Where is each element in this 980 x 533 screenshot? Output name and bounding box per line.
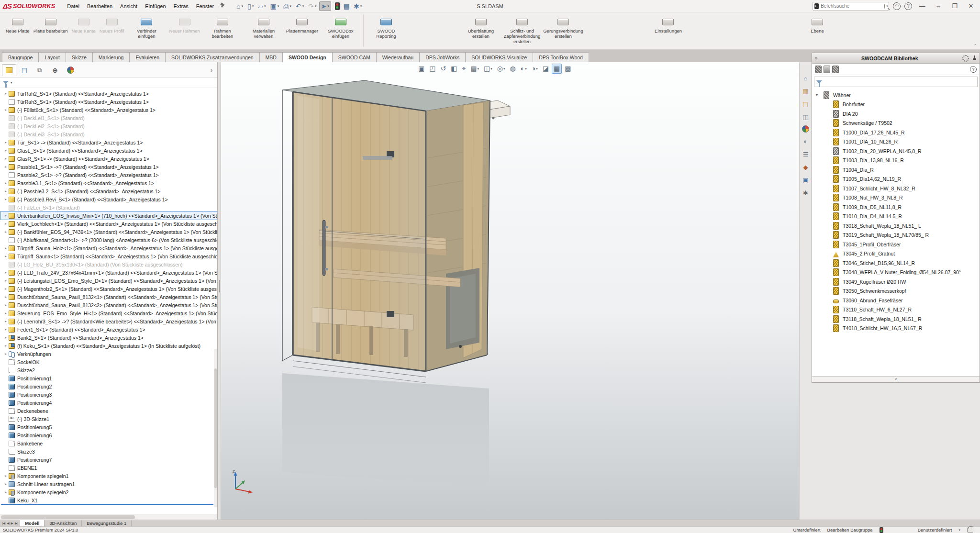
- expand-arrow-icon[interactable]: ▸: [3, 327, 9, 332]
- expand-arrow-icon[interactable]: ▸: [3, 148, 9, 153]
- account-icon[interactable]: ◠: [893, 2, 901, 10]
- save-icon[interactable]: ▣▾: [268, 1, 281, 11]
- tree-item[interactable]: ▸ Komponente spiegeln1: [1, 472, 217, 480]
- appearances-icon[interactable]: [802, 125, 809, 133]
- status-units[interactable]: Benutzerdefiniert: [918, 527, 952, 533]
- tree-item[interactable]: ▸ (-) Passble3.2_S<1> (Standard) <<Stand…: [1, 187, 217, 195]
- document-tab[interactable]: Bewegungsstudie 1: [82, 520, 132, 526]
- tree-item[interactable]: ▸ (-) LED_Trafo_24V_237x64x41mm<1> (Stan…: [1, 268, 217, 277]
- command-tab[interactable]: MBD: [259, 52, 283, 62]
- tool-item[interactable]: T1010_Dia_D4_NL14.5_R: [812, 212, 980, 222]
- tree-vertical-scrollbar[interactable]: [214, 349, 217, 507]
- curvature-icon[interactable]: ◪: [541, 64, 551, 74]
- tree-item[interactable]: ▸ Steuerung_EOS_Emo_Style_Hi<1> (Standar…: [1, 309, 217, 317]
- ribbon-button[interactable]: Verbinder einfügen: [126, 14, 167, 40]
- zoom-area-icon[interactable]: ◰: [427, 64, 437, 74]
- tree-item[interactable]: ▸ Bankebene: [1, 439, 217, 447]
- tree-item[interactable]: ▸ Skizze2: [1, 366, 217, 374]
- expand-arrow-icon[interactable]: ▸: [3, 165, 9, 169]
- tree-item[interactable]: ▸ Positionierung5: [1, 423, 217, 431]
- tree-item[interactable]: ▸ TürRah2_S<1> (Standard) <<Standard>_An…: [1, 89, 217, 98]
- rebuild-traffic-light-icon[interactable]: [333, 1, 342, 11]
- pan-hand-icon[interactable]: [967, 527, 973, 533]
- custom-properties-icon[interactable]: ☰: [802, 150, 810, 158]
- expand-arrow-icon[interactable]: ▸: [3, 303, 9, 307]
- tool-item[interactable]: Schwenksäge / T9502: [812, 119, 980, 128]
- tree-item[interactable]: ▸ Positionierung2: [1, 382, 217, 390]
- panel-expand-bar[interactable]: ˅: [812, 376, 980, 382]
- ribbon-button[interactable]: Neue Platte: [4, 14, 32, 35]
- tool-item[interactable]: T1002_Dia_20_WEPLA_NL45,8_R: [812, 146, 980, 156]
- tool-item[interactable]: DIA 20: [812, 109, 980, 119]
- tool-item[interactable]: T3110_Schaft_HW_6_NL27_R: [812, 305, 980, 315]
- ribbon-collapse-icon[interactable]: ⌃: [973, 44, 977, 48]
- frame-grid-icon[interactable]: ▦: [552, 64, 562, 74]
- tool-library-icon[interactable]: [815, 66, 822, 73]
- scenes-icon[interactable]: ◐: [802, 137, 810, 145]
- tree-item[interactable]: ▸ Positionierung1: [1, 374, 217, 382]
- swoodcam-settings-gear-icon[interactable]: [962, 55, 969, 62]
- view-settings-icon[interactable]: ◑: [530, 64, 540, 74]
- tool-holder-icon[interactable]: [824, 66, 830, 73]
- close-button[interactable]: ✕: [965, 2, 977, 11]
- tree-item[interactable]: ▸ (-) 3D-Skizze1: [1, 415, 217, 423]
- tool-item[interactable]: T3050_Schwenkmesserkopf: [812, 287, 980, 296]
- design-library-icon[interactable]: ▦: [802, 87, 810, 95]
- tab-scroll-buttons[interactable]: |◀ ◀ ▶ ▶|: [0, 520, 20, 526]
- home-icon[interactable]: ⌂▾: [234, 1, 245, 11]
- swood-cam-icon[interactable]: ▣: [802, 176, 810, 184]
- open-icon[interactable]: ▱▾: [256, 1, 267, 11]
- tree-item[interactable]: ▸ (-) Leerrohr3_S<1> ->? (Standard<Wie b…: [1, 317, 217, 325]
- expand-arrow-icon[interactable]: ▸: [3, 474, 9, 478]
- command-tab[interactable]: Skizze: [66, 52, 93, 62]
- tree-item[interactable]: ▸ Positionierung3: [1, 390, 217, 399]
- menu-item[interactable]: Ansicht: [117, 2, 141, 11]
- tree-item[interactable]: ▸ (-) LG_Holz_BU_315x130<1> (Standard) (…: [1, 260, 217, 268]
- help-icon[interactable]: ?: [904, 2, 912, 10]
- edit-appearance-icon[interactable]: ◍: [508, 64, 518, 74]
- expand-arrow-icon[interactable]: ▸: [3, 91, 9, 96]
- new-document-icon[interactable]: ▯▾: [245, 1, 256, 11]
- ribbon-button[interactable]: Plattenmanager: [284, 14, 320, 35]
- command-tab[interactable]: Layout: [38, 52, 66, 62]
- command-tab[interactable]: SOLIDWORKS Zusatzanwendungen: [165, 52, 260, 62]
- tree-item[interactable]: ▸ Positionierung7: [1, 455, 217, 464]
- tree-item[interactable]: ▸ Vierk_Lochblech<1> (Standard) <<Standa…: [1, 220, 217, 228]
- tree-item[interactable]: ▸ (-) DeckLei1_S<1> (Standard): [1, 114, 217, 122]
- zoom-fit-icon[interactable]: ▣: [416, 64, 426, 74]
- expand-arrow-icon[interactable]: ▸: [3, 319, 9, 323]
- snap-grid-icon[interactable]: ▩: [563, 64, 573, 74]
- menu-item[interactable]: Extras: [170, 2, 192, 11]
- tool-item[interactable]: T3049_Kugelfräser Ø20 HW: [812, 277, 980, 287]
- search-icon[interactable]: [884, 4, 885, 9]
- ribbon-button[interactable]: Ebene: [805, 14, 829, 35]
- swoodcam-filter-box[interactable]: [814, 77, 978, 87]
- command-tab[interactable]: DPS JobWorks: [419, 52, 466, 62]
- annotation-views-icon[interactable]: ⌖: [460, 64, 468, 74]
- tab-configuration-manager[interactable]: ⧉: [33, 64, 47, 77]
- command-tab[interactable]: SWOOD CAM: [332, 52, 377, 62]
- tree-item[interactable]: ▸ Deckenebene: [1, 407, 217, 415]
- tree-item[interactable]: ▸ (-) Leistungsteil_EOS_Emo_Style_D<1> (…: [1, 277, 217, 285]
- panel-splitter[interactable]: [218, 62, 221, 520]
- swoodcam-help-icon[interactable]: ?: [970, 66, 977, 73]
- tree-item[interactable]: ▸ (-) DeckLei2_S<1> (Standard): [1, 122, 217, 130]
- expand-arrow-icon[interactable]: ▸: [3, 335, 9, 340]
- expand-arrow-icon[interactable]: ▸: [3, 213, 9, 218]
- settings-small-icon[interactable]: ✱: [802, 189, 810, 197]
- command-tab[interactable]: SOLIDWORKS Visualize: [465, 52, 533, 62]
- ribbon-button[interactable]: Materialien verwalten: [243, 14, 284, 40]
- tool-item[interactable]: Bohrfutter: [812, 100, 980, 110]
- first-tab-icon[interactable]: |◀: [2, 522, 5, 525]
- previous-view-icon[interactable]: ↺: [438, 64, 448, 74]
- units-dropdown-icon[interactable]: ▾: [958, 528, 960, 532]
- tree-item[interactable]: ▸ Schnitt-Linear austragen1: [1, 480, 217, 488]
- menu-pin-icon[interactable]: [219, 3, 226, 10]
- hide-show-items-icon[interactable]: ◎: [495, 64, 507, 74]
- ribbon-button[interactable]: Neues Profil: [98, 14, 126, 35]
- swoodcam-pin-icon[interactable]: [972, 56, 977, 61]
- tool-group-row[interactable]: ▾ Wähner: [812, 90, 980, 100]
- tree-item[interactable]: ▸ (-) Magentholz2_S<1> (Standard) <<Stan…: [1, 285, 217, 293]
- bom-list-icon[interactable]: ▤: [342, 1, 352, 11]
- expand-arrow-icon[interactable]: ▸: [3, 311, 9, 315]
